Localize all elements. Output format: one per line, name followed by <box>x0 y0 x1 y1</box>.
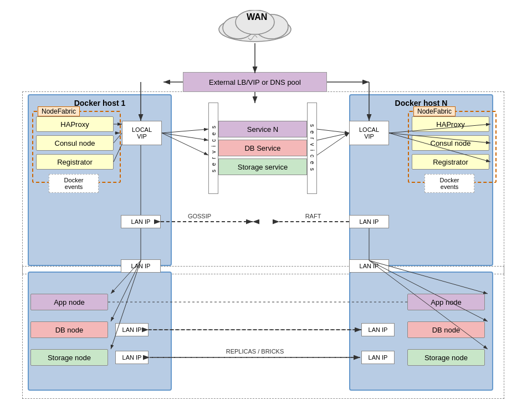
services-band-left: s e r v i c e s <box>208 103 218 194</box>
storage-service-box: Storage service <box>218 158 307 175</box>
external-lb-label: External LB/VIP or DNS pool <box>209 78 301 86</box>
docker-events-1: Docker events <box>49 174 99 193</box>
lan-ip-1-mid: LAN IP <box>121 259 161 273</box>
lan-ip-storage-n: LAN IP <box>361 351 395 364</box>
registrator-box-n: Registrator <box>412 154 489 170</box>
storage-node-n: Storage node <box>407 349 485 366</box>
lan-ip-n-mid: LAN IP <box>349 259 389 273</box>
db-node-n: DB node <box>407 321 485 338</box>
haproxy-box-1: HAProxy <box>36 116 114 132</box>
docker-events-n: Docker events <box>424 174 474 193</box>
local-vip-n: LOCAL VIP <box>349 121 389 145</box>
lan-ip-db-n: LAN IP <box>361 323 395 336</box>
lan-ip-1-top: LAN IP <box>121 215 161 228</box>
storage-node-1: Storage node <box>30 349 108 366</box>
lan-ip-storage-1: LAN IP <box>115 351 149 364</box>
haproxy-box-n: HAProxy <box>412 116 489 132</box>
app-node-1: App node <box>30 294 108 310</box>
local-vip-1: LOCAL VIP <box>122 121 162 145</box>
db-node-1: DB node <box>30 321 108 338</box>
consul-box-1: Consul node <box>36 135 114 151</box>
registrator-box-1: Registrator <box>36 154 114 170</box>
services-band-right: s e r v i c e s <box>307 103 317 194</box>
db-service-box: DB Service <box>218 140 307 156</box>
nodefabric-label-1: NodeFabric <box>38 106 80 116</box>
wan-label: WAN <box>247 12 267 22</box>
diagram: WAN External LB/VIP or DNS pool Docker h… <box>0 0 532 399</box>
service-n-box: Service N <box>218 121 307 137</box>
lan-ip-db-1: LAN IP <box>115 323 149 336</box>
consul-box-n: Consul node <box>412 135 489 151</box>
lan-ip-n-top: LAN IP <box>349 215 389 228</box>
app-node-n: App node <box>407 294 485 310</box>
external-lb-box: External LB/VIP or DNS pool <box>183 72 327 92</box>
nodefabric-label-n: NodeFabric <box>413 106 456 116</box>
